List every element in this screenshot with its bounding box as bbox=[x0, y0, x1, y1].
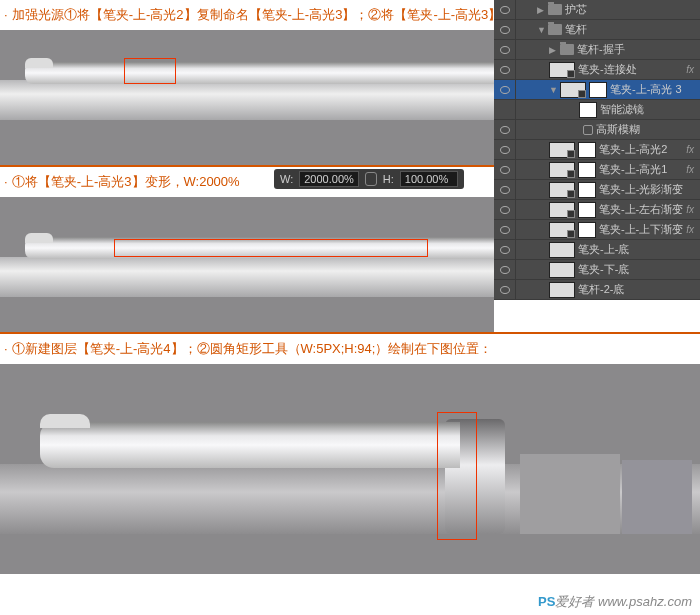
layer-name: 笔夹-上-底 bbox=[578, 242, 629, 257]
expand-arrow-icon[interactable]: ▶ bbox=[549, 45, 557, 55]
layer-row[interactable]: 笔夹-上-高光1fx bbox=[494, 160, 700, 180]
instruction-3: ·①新建图层【笔夹-上-高光4】；②圆角矩形工具（W:5PX;H:94;）绘制在… bbox=[0, 332, 700, 364]
canvas-preview-2 bbox=[0, 197, 494, 332]
filter-eye-icon bbox=[583, 125, 593, 135]
layer-name: 高斯模糊 bbox=[596, 122, 640, 137]
eye-icon bbox=[500, 146, 510, 154]
visibility-toggle[interactable] bbox=[494, 60, 516, 79]
layer-name: 笔夹-上-上下渐变 bbox=[599, 222, 683, 237]
layer-row[interactable]: 笔夹-上-光影渐变 bbox=[494, 180, 700, 200]
visibility-toggle[interactable] bbox=[494, 80, 516, 99]
visibility-toggle[interactable] bbox=[494, 280, 516, 299]
watermark: PS爱好者 www.psahz.com bbox=[538, 593, 692, 611]
layer-row[interactable]: 笔夹-下-底 bbox=[494, 260, 700, 280]
eye-icon bbox=[500, 246, 510, 254]
layer-thumbnail bbox=[549, 242, 575, 258]
visibility-toggle[interactable] bbox=[494, 40, 516, 59]
expand-arrow-icon[interactable]: ▼ bbox=[549, 85, 557, 95]
layer-thumbnail bbox=[549, 222, 575, 238]
layer-row[interactable]: 笔夹-上-左右渐变fx bbox=[494, 200, 700, 220]
expand-arrow-icon[interactable]: ▶ bbox=[537, 5, 545, 15]
layer-row[interactable]: ▼笔夹-上-高光 3 bbox=[494, 80, 700, 100]
height-input[interactable]: 100.00% bbox=[400, 171, 458, 187]
link-icon[interactable] bbox=[365, 172, 377, 186]
canvas-preview-1 bbox=[0, 30, 494, 165]
layer-thumbnail bbox=[549, 182, 575, 198]
layer-thumbnail bbox=[549, 62, 575, 78]
layer-name: 笔夹-上-左右渐变 bbox=[599, 202, 683, 217]
visibility-toggle[interactable] bbox=[494, 160, 516, 179]
eye-icon bbox=[500, 46, 510, 54]
layer-name: 笔杆 bbox=[565, 22, 587, 37]
visibility-toggle[interactable] bbox=[494, 20, 516, 39]
layer-name: 笔夹-上-高光1 bbox=[599, 162, 667, 177]
layer-thumbnail bbox=[549, 142, 575, 158]
layer-content: ▶护芯 bbox=[516, 2, 700, 17]
layer-content: ▼笔夹-上-高光 3 bbox=[516, 82, 700, 98]
layer-row[interactable]: 笔夹-上-高光2fx bbox=[494, 140, 700, 160]
layer-row[interactable]: 笔杆-2-底 bbox=[494, 280, 700, 300]
eye-icon bbox=[500, 126, 510, 134]
mask-thumbnail bbox=[578, 142, 596, 158]
layer-thumbnail bbox=[549, 282, 575, 298]
visibility-toggle[interactable] bbox=[494, 220, 516, 239]
layer-content: 笔夹-上-上下渐变fx bbox=[516, 222, 700, 238]
visibility-toggle[interactable] bbox=[494, 120, 516, 139]
layer-name: 笔夹-上-高光 3 bbox=[610, 82, 682, 97]
eye-icon bbox=[500, 186, 510, 194]
layer-content: 笔杆-2-底 bbox=[516, 282, 700, 298]
folder-icon bbox=[560, 44, 574, 55]
layer-name: 笔夹-上-高光2 bbox=[599, 142, 667, 157]
layer-row[interactable]: 智能滤镜 bbox=[494, 100, 700, 120]
transform-toolbar: W: 2000.00% H: 100.00% bbox=[274, 169, 464, 189]
fx-badge[interactable]: fx bbox=[686, 164, 700, 175]
expand-arrow-icon[interactable]: ▼ bbox=[537, 25, 545, 35]
filter-mask-icon bbox=[579, 102, 597, 118]
eye-icon bbox=[500, 166, 510, 174]
visibility-toggle[interactable] bbox=[494, 180, 516, 199]
fx-badge[interactable]: fx bbox=[686, 204, 700, 215]
layer-name: 笔夹-连接处 bbox=[578, 62, 637, 77]
mask-thumbnail bbox=[578, 222, 596, 238]
layer-row[interactable]: 笔夹-上-底 bbox=[494, 240, 700, 260]
eye-icon bbox=[500, 266, 510, 274]
fx-badge[interactable]: fx bbox=[686, 144, 700, 155]
visibility-toggle[interactable] bbox=[494, 100, 516, 119]
eye-icon bbox=[500, 286, 510, 294]
eye-icon bbox=[500, 6, 510, 14]
layers-panel: ▶护芯▼笔杆▶笔杆-握手笔夹-连接处fx▼笔夹-上-高光 3智能滤镜高斯模糊笔夹… bbox=[494, 0, 700, 300]
layer-content: 笔夹-下-底 bbox=[516, 262, 700, 278]
fx-badge[interactable]: fx bbox=[686, 64, 700, 75]
layer-name: 智能滤镜 bbox=[600, 102, 644, 117]
layer-row[interactable]: 笔夹-连接处fx bbox=[494, 60, 700, 80]
layer-thumbnail bbox=[560, 82, 586, 98]
eye-icon bbox=[500, 66, 510, 74]
layer-row[interactable]: 高斯模糊 bbox=[494, 120, 700, 140]
width-input[interactable]: 2000.00% bbox=[299, 171, 359, 187]
eye-icon bbox=[500, 226, 510, 234]
visibility-toggle[interactable] bbox=[494, 0, 516, 19]
layer-row[interactable]: 笔夹-上-上下渐变fx bbox=[494, 220, 700, 240]
layer-row[interactable]: ▶笔杆-握手 bbox=[494, 40, 700, 60]
instruction-2: ·①将【笔夹-上-高光3】变形，W:2000% W: 2000.00% H: 1… bbox=[0, 165, 494, 197]
layer-name: 笔杆-2-底 bbox=[578, 282, 624, 297]
layer-content: 笔夹-上-光影渐变 bbox=[516, 182, 700, 198]
layer-name: 笔夹-上-光影渐变 bbox=[599, 182, 683, 197]
layer-row[interactable]: ▶护芯 bbox=[494, 0, 700, 20]
visibility-toggle[interactable] bbox=[494, 200, 516, 219]
visibility-toggle[interactable] bbox=[494, 260, 516, 279]
layer-content: 笔夹-上-高光1fx bbox=[516, 162, 700, 178]
layer-row[interactable]: ▼笔杆 bbox=[494, 20, 700, 40]
layer-content: ▼笔杆 bbox=[516, 22, 700, 37]
layer-content: 笔夹-连接处fx bbox=[516, 62, 700, 78]
highlight-box-1 bbox=[124, 58, 176, 84]
visibility-toggle[interactable] bbox=[494, 240, 516, 259]
layer-thumbnail bbox=[549, 162, 575, 178]
fx-badge[interactable]: fx bbox=[686, 224, 700, 235]
folder-icon bbox=[548, 24, 562, 35]
visibility-toggle[interactable] bbox=[494, 140, 516, 159]
layer-thumbnail bbox=[549, 262, 575, 278]
mask-thumbnail bbox=[578, 182, 596, 198]
layer-content: 笔夹-上-底 bbox=[516, 242, 700, 258]
highlight-box-2 bbox=[114, 239, 428, 257]
